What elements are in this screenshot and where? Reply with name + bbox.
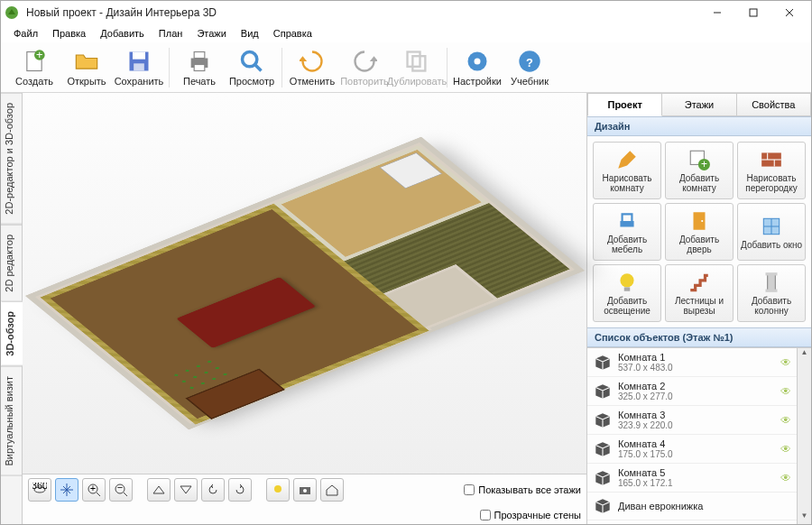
show-all-floors-checkbox[interactable]: Показывать все этажи xyxy=(464,484,581,495)
add-window-button[interactable]: Добавить окно xyxy=(737,203,806,261)
object-row[interactable]: Комната 5165.0 x 172.1 👁 xyxy=(587,464,797,493)
close-button[interactable] xyxy=(771,1,807,24)
zoom-out-button[interactable]: − xyxy=(109,478,133,502)
visibility-icon[interactable]: 👁 xyxy=(780,385,791,398)
tab-project[interactable]: Проект xyxy=(587,93,662,116)
tab-3d-view[interactable]: 3D-обзор xyxy=(1,301,23,366)
room-plus-icon: + xyxy=(687,148,711,171)
open-button[interactable]: Открыть xyxy=(60,45,113,90)
add-door-button[interactable]: Добавить дверь xyxy=(665,203,734,261)
object-row[interactable]: Комната 3323.9 x 220.0 👁 xyxy=(587,406,797,435)
chair-icon xyxy=(615,209,639,233)
menu-view[interactable]: Вид xyxy=(234,26,266,41)
object-row[interactable]: Диван еврокнижка xyxy=(587,493,797,520)
printer-icon xyxy=(187,49,212,74)
draw-wall-button[interactable]: Нарисовать перегородку xyxy=(737,142,806,199)
stairs-button[interactable]: Лестницы и вырезы xyxy=(665,264,734,322)
svg-point-45 xyxy=(620,273,633,287)
svg-rect-12 xyxy=(194,51,205,58)
duplicate-button[interactable]: Дублировать xyxy=(391,45,443,90)
bulb-icon xyxy=(615,271,639,294)
zoom-in-button[interactable]: + xyxy=(82,478,106,502)
view-rotate-left-button[interactable] xyxy=(201,478,225,502)
svg-rect-9 xyxy=(133,51,145,59)
menu-edit[interactable]: Правка xyxy=(45,26,93,41)
right-panel: Проект Этажи Свойства Дизайн Нарисовать … xyxy=(587,93,811,525)
svg-rect-48 xyxy=(766,272,778,275)
minimize-button[interactable] xyxy=(699,1,735,24)
window-title: Новый проект - Дизайн Интерьера 3D xyxy=(24,6,699,19)
visibility-icon[interactable]: 👁 xyxy=(780,472,791,484)
svg-rect-40 xyxy=(694,212,706,230)
svg-rect-2 xyxy=(750,9,757,16)
objects-section-header: Список объектов (Этаж №1) xyxy=(587,327,811,347)
undo-button[interactable]: Отменить xyxy=(286,45,338,90)
window-icon xyxy=(760,215,783,238)
app-icon xyxy=(5,5,19,20)
cube-icon xyxy=(593,439,613,459)
stairs-icon xyxy=(687,271,711,294)
menu-file[interactable]: Файл xyxy=(6,26,45,41)
create-button[interactable]: + Создать xyxy=(8,45,60,90)
view-angle-1-button[interactable] xyxy=(147,478,171,502)
draw-room-button[interactable]: Нарисовать комнату xyxy=(593,142,661,199)
object-row[interactable]: Комната 2325.0 x 277.0 👁 xyxy=(587,377,797,406)
brick-icon xyxy=(760,148,783,171)
floorplan-model xyxy=(0,120,610,447)
print-button[interactable]: Печать xyxy=(173,45,226,90)
pan-button[interactable] xyxy=(55,478,78,502)
visibility-icon[interactable]: 👁 xyxy=(780,356,791,369)
svg-rect-10 xyxy=(134,63,144,70)
svg-text:+: + xyxy=(90,483,96,493)
rotate-360-button[interactable]: 360 xyxy=(28,478,51,502)
redo-button[interactable]: Повторить xyxy=(338,45,391,90)
menu-help[interactable]: Справка xyxy=(266,26,319,41)
home-view-button[interactable] xyxy=(320,478,344,502)
tab-properties[interactable]: Свойства xyxy=(737,93,811,116)
add-room-button[interactable]: +Добавить комнату xyxy=(665,142,734,199)
settings-button[interactable]: Настройки xyxy=(451,45,503,90)
svg-point-14 xyxy=(243,51,257,66)
menu-plan[interactable]: План xyxy=(152,26,190,41)
scrollbar[interactable]: ▲▼ xyxy=(797,348,811,525)
menu-add[interactable]: Добавить xyxy=(93,26,152,41)
tab-virtual-visit[interactable]: Виртуальный визит xyxy=(1,366,22,476)
lighting-button[interactable] xyxy=(266,478,290,502)
menu-floors[interactable]: Этажи xyxy=(189,26,233,41)
redo-icon xyxy=(352,49,377,74)
save-button[interactable]: Сохранить xyxy=(113,45,165,90)
object-row[interactable]: Комната 1537.0 x 483.0 👁 xyxy=(587,348,797,377)
cube-icon xyxy=(593,410,613,430)
preview-button[interactable]: Просмотр xyxy=(226,45,278,90)
column-icon xyxy=(760,271,783,294)
left-tab-strip: 2D-редактор и 3D-обзор 2D редактор 3D-об… xyxy=(1,93,23,525)
add-column-button[interactable]: Добавить колонну xyxy=(737,264,806,322)
tab-2d-3d[interactable]: 2D-редактор и 3D-обзор xyxy=(1,93,22,225)
design-actions-grid: Нарисовать комнату +Добавить комнату Нар… xyxy=(587,136,811,327)
svg-text:360: 360 xyxy=(32,483,47,491)
folder-icon xyxy=(74,49,99,74)
object-list: Комната 1537.0 x 483.0 👁 Комната 2325.0 … xyxy=(587,347,811,525)
tab-floors[interactable]: Этажи xyxy=(662,93,736,116)
object-row[interactable]: Комната 4175.0 x 175.0 👁 xyxy=(587,435,797,464)
visibility-icon[interactable]: 👁 xyxy=(780,414,791,427)
add-furniture-button[interactable]: Добавить мебель xyxy=(593,203,661,261)
main-toolbar: + Создать Открыть Сохранить Печать Просм… xyxy=(1,42,811,93)
camera-button[interactable] xyxy=(293,478,317,502)
titlebar: Новый проект - Дизайн Интерьера 3D xyxy=(1,1,811,24)
design-section-header: Дизайн xyxy=(587,116,811,136)
svg-text:+: + xyxy=(36,49,43,61)
view-angle-2-button[interactable] xyxy=(174,478,198,502)
view-rotate-right-button[interactable] xyxy=(228,478,252,502)
tutorial-button[interactable]: ? Учебник xyxy=(503,45,556,90)
add-lighting-button[interactable]: Добавить освещение xyxy=(593,264,661,322)
svg-line-15 xyxy=(255,64,262,70)
visibility-icon[interactable]: 👁 xyxy=(780,443,791,456)
viewport-3d[interactable]: 360 + − Показывать все этажи Прозрачные … xyxy=(23,93,587,525)
svg-rect-49 xyxy=(766,290,778,292)
door-icon xyxy=(687,209,711,233)
svg-point-41 xyxy=(701,220,703,222)
transparent-walls-checkbox[interactable]: Прозрачные стены xyxy=(480,510,581,520)
svg-line-25 xyxy=(97,493,100,496)
maximize-button[interactable] xyxy=(735,1,771,24)
